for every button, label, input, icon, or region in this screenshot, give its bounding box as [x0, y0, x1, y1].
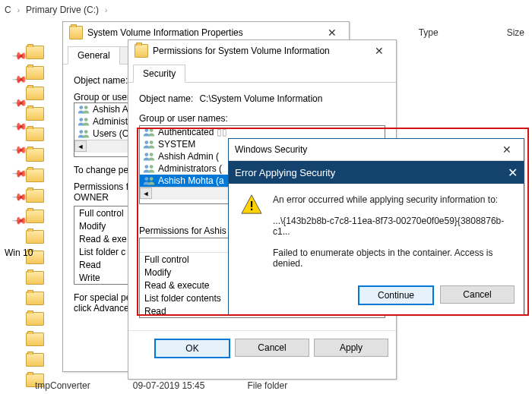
windows-security-dialog: Windows Security ✕ Error Applying Securi…: [228, 138, 524, 315]
svg-point-0: [79, 106, 83, 109]
folder-icon[interactable]: [26, 292, 44, 305]
svg-point-6: [144, 128, 148, 132]
error-path: ...\{143b2b8b-c7c8-11ea-8f73-00270e0f0e5…: [273, 216, 511, 237]
folder-icon[interactable]: [26, 107, 44, 121]
pin-icon: 📌: [11, 212, 27, 227]
chevron-right-icon: ›: [17, 6, 20, 14]
titlebar[interactable]: Permissions for System Volume Informatio…: [128, 40, 396, 61]
pin-icon: 📌: [11, 47, 27, 62]
explorer-columns: Type Size: [419, 27, 524, 38]
explorer-folders: [26, 46, 44, 387]
window-title: Permissions for System Volume Informatio…: [153, 46, 330, 56]
breadcrumb[interactable]: C › Primary Drive (C:) ›: [5, 5, 107, 15]
svg-point-14: [144, 177, 148, 181]
column-type[interactable]: Type: [419, 27, 439, 38]
pin-icon: 📌: [11, 188, 27, 203]
user-entry[interactable]: Authenticated ▯▯: [140, 126, 385, 138]
error-line3: Failed to enumerate objects in the conta…: [273, 247, 511, 269]
ok-button[interactable]: OK: [154, 339, 230, 358]
svg-point-15: [150, 177, 154, 181]
dialog-buttons: Continue Cancel: [229, 279, 524, 314]
titlebar[interactable]: Windows Security ✕: [229, 139, 524, 161]
group-label: Group or user names:: [139, 113, 385, 124]
svg-point-9: [150, 140, 154, 144]
close-button[interactable]: ✕: [364, 41, 394, 61]
scroll-left-icon[interactable]: ◄: [140, 188, 152, 199]
folder-icon[interactable]: [26, 128, 44, 141]
object-name-label: Object name:: [139, 93, 193, 104]
file-name: tmpConverter: [35, 380, 90, 391]
folder-icon[interactable]: [26, 87, 44, 100]
folder-icon[interactable]: [26, 169, 44, 182]
pin-icon: 📌: [11, 94, 27, 109]
folder-icon[interactable]: [26, 333, 44, 346]
dialog-buttons: OK Cancel Apply: [128, 330, 396, 366]
svg-point-8: [144, 140, 148, 144]
folder-icon[interactable]: [26, 312, 44, 326]
object-name-value: C:\System Volume Information: [199, 93, 322, 104]
svg-point-7: [150, 128, 154, 132]
close-button[interactable]: ✕: [492, 140, 522, 159]
folder-icon[interactable]: [26, 271, 44, 285]
folder-icon[interactable]: [26, 66, 44, 80]
user-name: Ashish A: [93, 104, 128, 115]
close-icon[interactable]: ✕: [508, 165, 518, 180]
user-name: Authenticated ▯▯: [158, 127, 227, 137]
folder-icon[interactable]: [26, 189, 44, 203]
apply-button[interactable]: Apply: [314, 339, 388, 357]
folder-icon[interactable]: [26, 353, 44, 367]
warning-icon: !: [241, 194, 262, 214]
svg-point-3: [84, 118, 88, 121]
folder-icon[interactable]: [26, 210, 44, 223]
chevron-right-icon: ›: [105, 6, 107, 14]
column-size[interactable]: Size: [507, 27, 524, 38]
folder-icon[interactable]: [26, 46, 44, 59]
explorer-row[interactable]: tmpConverter 09-07-2019 15:45 File folde…: [35, 380, 287, 391]
user-name: Ashish Mohta (a: [158, 175, 224, 186]
svg-point-2: [79, 118, 83, 121]
folder-icon[interactable]: [26, 230, 44, 244]
svg-point-12: [144, 165, 148, 169]
sidebar-item-win10[interactable]: Win 10: [5, 247, 33, 258]
breadcrumb-current[interactable]: Primary Drive (C:): [26, 5, 99, 15]
svg-point-11: [150, 153, 154, 156]
folder-icon: [135, 44, 148, 58]
tab-general[interactable]: General: [68, 46, 120, 65]
error-line1: An error occurred while applying securit…: [273, 194, 511, 205]
breadcrumb-root[interactable]: C: [5, 5, 11, 15]
svg-point-1: [84, 106, 88, 109]
folder-icon[interactable]: [26, 148, 44, 162]
pin-icon: 📌: [11, 118, 27, 133]
file-date: 09-07-2019 15:45: [133, 380, 205, 391]
svg-point-4: [79, 130, 83, 134]
svg-point-5: [84, 130, 88, 134]
user-name: Ashish Admin (: [158, 151, 219, 162]
pin-icon: 📌: [11, 71, 27, 86]
tab-security[interactable]: Security: [133, 65, 185, 83]
continue-button[interactable]: Continue: [358, 285, 434, 305]
user-name: Users (O: [93, 128, 129, 139]
pin-icon: 📌: [11, 165, 27, 180]
cancel-button[interactable]: Cancel: [235, 339, 309, 357]
user-name: Administrators (: [158, 163, 222, 174]
folder-icon: [69, 26, 83, 39]
scroll-left-icon[interactable]: ◄: [74, 140, 87, 152]
dialog-heading-bar: Error Applying Security ✕: [229, 161, 524, 184]
pin-icon: 📌: [11, 141, 27, 156]
svg-point-10: [144, 153, 148, 156]
cancel-button[interactable]: Cancel: [440, 285, 515, 304]
user-name: SYSTEM: [158, 139, 195, 150]
window-title: Windows Security: [235, 144, 307, 155]
window-title: System Volume Information Properties: [87, 27, 243, 38]
object-name-label: Object name:: [74, 75, 128, 86]
svg-text:!: !: [249, 200, 253, 213]
svg-point-13: [150, 165, 154, 169]
tabstrip: Security: [128, 61, 396, 83]
dialog-heading: Error Applying Security: [235, 167, 335, 178]
quick-access-pins: 📌 📌 📌 📌 📌 📌 📌 📌: [14, 49, 24, 225]
file-type: File folder: [247, 380, 287, 391]
